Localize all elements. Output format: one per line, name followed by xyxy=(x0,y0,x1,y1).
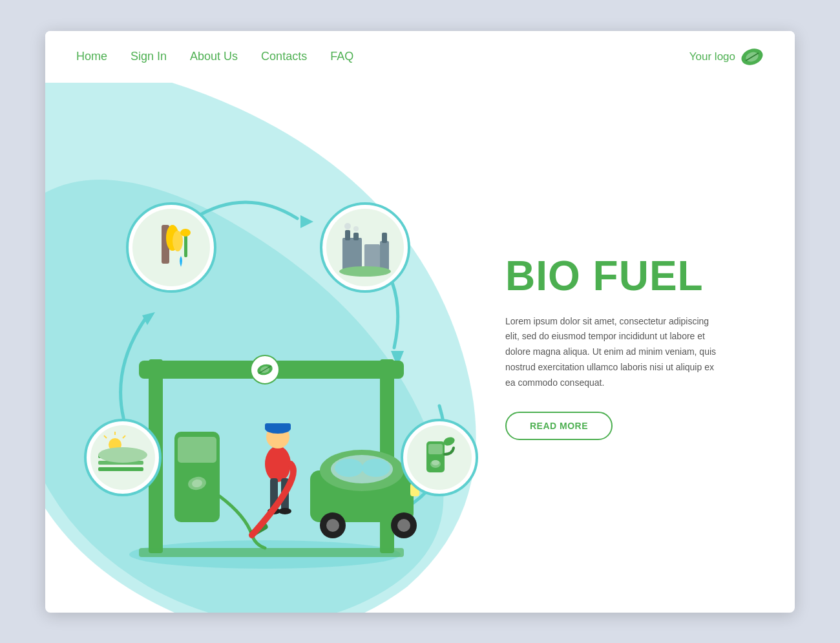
svg-rect-50 xyxy=(345,230,350,240)
navbar: Home Sign In About Us Contacts FAQ Your … xyxy=(45,31,795,83)
text-area: BIO FUEL Lorem ipsum dolor sit amet, con… xyxy=(485,83,795,613)
svg-point-32 xyxy=(362,459,390,477)
logo-text: Your logo xyxy=(689,50,735,63)
main-content: BIO FUEL Lorem ipsum dolor sit amet, con… xyxy=(45,83,795,613)
svg-rect-64 xyxy=(98,467,143,471)
nav-faq[interactable]: FAQ xyxy=(330,50,353,63)
nav-aboutus[interactable]: About Us xyxy=(190,50,238,63)
svg-point-55 xyxy=(339,266,391,277)
nav-signin[interactable]: Sign In xyxy=(131,50,167,63)
illustration-area xyxy=(45,83,485,613)
nav-home[interactable]: Home xyxy=(76,50,107,63)
read-more-button[interactable]: READ MORE xyxy=(505,412,613,440)
svg-rect-14 xyxy=(139,548,404,557)
nav-contacts[interactable]: Contacts xyxy=(261,50,307,63)
svg-point-31 xyxy=(335,459,363,477)
svg-rect-47 xyxy=(342,238,362,270)
svg-rect-43 xyxy=(184,235,187,257)
page-title: BIO FUEL xyxy=(505,255,764,298)
svg-point-44 xyxy=(180,229,191,237)
svg-rect-51 xyxy=(353,233,359,240)
svg-point-20 xyxy=(265,446,291,482)
svg-rect-52 xyxy=(382,233,387,243)
svg-point-71 xyxy=(432,460,439,465)
svg-point-53 xyxy=(344,223,351,229)
illustration-svg xyxy=(45,83,485,613)
logo-leaf-icon xyxy=(740,48,764,66)
svg-rect-48 xyxy=(364,244,380,270)
svg-point-54 xyxy=(353,226,359,231)
svg-rect-49 xyxy=(380,241,389,270)
svg-rect-23 xyxy=(265,423,291,430)
hero-description: Lorem ipsum dolor sit amet, consectetur … xyxy=(505,314,725,391)
svg-point-34 xyxy=(326,519,339,532)
svg-point-27 xyxy=(278,508,291,514)
nav-links: Home Sign In About Us Contacts FAQ xyxy=(76,50,689,63)
svg-point-65 xyxy=(98,447,147,463)
svg-rect-16 xyxy=(178,437,216,463)
svg-rect-69 xyxy=(428,444,443,454)
svg-point-36 xyxy=(397,519,410,532)
page-container: Home Sign In About Us Contacts FAQ Your … xyxy=(45,31,795,613)
nav-logo: Your logo xyxy=(689,48,764,66)
